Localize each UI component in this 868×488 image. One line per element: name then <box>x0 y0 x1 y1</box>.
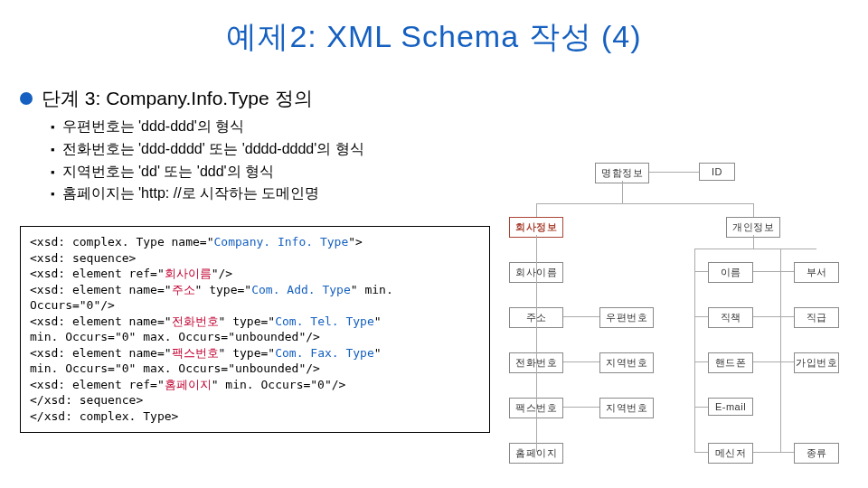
code-text: " type=" <box>219 346 276 360</box>
code-text: " <box>374 314 382 328</box>
code-text: "/> <box>212 267 232 280</box>
code-text: 회사이름 <box>165 267 212 280</box>
diagram-node: 가입번호 <box>794 352 839 373</box>
code-text: <xsd: element name=" <box>30 314 172 328</box>
diagram-line <box>694 249 695 452</box>
diagram-line <box>649 172 699 173</box>
diagram-line <box>694 407 708 408</box>
diagram-node: 종류 <box>794 443 839 464</box>
diagram-node: 지역번호 <box>599 352 654 373</box>
diagram-line <box>536 203 753 204</box>
code-text: " min. Occurs="0"/> <box>212 378 346 391</box>
diagram-node: 지역번호 <box>599 398 654 418</box>
diagram-line <box>563 361 599 362</box>
code-text: " type=" <box>195 283 252 296</box>
diagram-line <box>563 316 599 317</box>
bullet-item: 홈페이지는 'http: //로 시작하는 도메인명 <box>51 183 364 205</box>
code-text: <xsd: sequence> <box>30 250 480 267</box>
slide-title: 예제2: XML Schema 작성 (4) <box>0 0 868 58</box>
diagram-node: 우편번호 <box>599 307 654 328</box>
diagram-line <box>536 203 537 217</box>
diagram-line <box>694 271 708 272</box>
diagram-node: ID <box>699 163 735 181</box>
code-text: 주소 <box>172 283 195 296</box>
code-text: Com. Tel. Type <box>275 314 374 328</box>
code-text: <xsd: element ref=" <box>30 378 165 391</box>
diagram-line <box>694 316 708 317</box>
code-text: <xsd: complex. Type name=" <box>30 235 214 249</box>
diagram-node: 부서 <box>794 262 839 283</box>
code-text: Com. Fax. Type <box>275 346 374 360</box>
diagram-line <box>780 249 781 452</box>
bullet-list: 우편번호는 'ddd-ddd'의 형식 전화번호는 'ddd-dddd' 또는 … <box>51 116 364 205</box>
diagram-line <box>753 203 754 217</box>
code-text: 전화번호 <box>172 314 219 328</box>
diagram-line <box>694 361 708 362</box>
schema-diagram: 명함정보 ID 회사정보 개인정보 회사이름 주소 전화번호 팩스번호 홈페이지… <box>505 163 857 479</box>
bullet-item: 전화번호는 'ddd-dddd' 또는 'dddd-dddd'의 형식 <box>51 138 364 161</box>
diagram-node: 이름 <box>708 262 753 283</box>
code-text: 팩스번호 <box>172 346 219 360</box>
code-text: "> <box>348 235 363 249</box>
diagram-line <box>622 181 623 203</box>
bullet-disc-icon <box>20 92 33 105</box>
code-text: <xsd: element ref=" <box>30 267 165 280</box>
code-text: " <box>374 346 382 360</box>
diagram-line <box>780 361 794 362</box>
diagram-node: 직급 <box>794 307 839 328</box>
diagram-line <box>694 249 816 249</box>
code-text: " type=" <box>219 314 276 328</box>
diagram-line <box>780 271 794 272</box>
diagram-line <box>563 407 599 408</box>
diagram-node: 핸드폰 <box>708 352 753 373</box>
code-text: Com. Add. Type <box>251 283 351 296</box>
bullet-item: 우편번호는 'ddd-ddd'의 형식 <box>51 116 364 138</box>
code-text: </xsd: complex. Type> <box>30 408 480 425</box>
diagram-line <box>780 316 794 317</box>
diagram-node: 직책 <box>708 307 753 328</box>
section-heading: 단계 3: Company.Info.Type 정의 <box>20 86 313 111</box>
diagram-line <box>694 452 708 453</box>
code-text: <xsd: element name=" <box>30 283 172 296</box>
code-text: Company. Info. Type <box>214 235 349 249</box>
diagram-line <box>536 235 537 452</box>
code-text: <xsd: element name=" <box>30 346 172 360</box>
code-snippet: <xsd: complex. Type name="Company. Info.… <box>20 226 490 433</box>
diagram-line <box>753 235 754 249</box>
code-text: min. Occurs="0" max. Occurs="unbounded"/… <box>30 329 480 345</box>
diagram-line <box>780 452 794 453</box>
code-text: 홈페이지 <box>165 378 212 391</box>
section-text: 단계 3: Company.Info.Type 정의 <box>42 86 313 111</box>
diagram-node: 메신저 <box>708 443 753 464</box>
code-text: </xsd: sequence> <box>30 392 480 408</box>
diagram-node: E-mail <box>708 398 753 416</box>
code-text: min. Occurs="0" max. Occurs="unbounded"/… <box>30 361 480 377</box>
bullet-item: 지역번호는 'dd' 또는 'ddd'의 형식 <box>51 161 364 183</box>
